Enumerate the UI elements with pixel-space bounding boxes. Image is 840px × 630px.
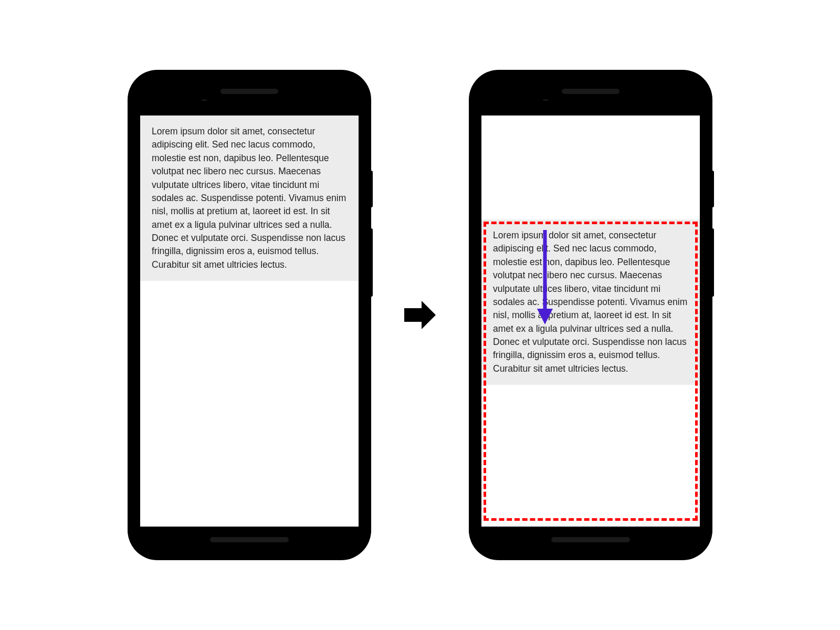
screen-before: Lorem ipsum dolor sit amet, consectetur …: [140, 101, 359, 527]
status-bar: [140, 101, 359, 116]
speaker-top: [220, 89, 278, 94]
phone-frame: Lorem ipsum dolor sit amet, consectetur …: [476, 77, 705, 553]
text-paragraph: Lorem ipsum dolor sit amet, consectetur …: [140, 116, 359, 281]
text-paragraph: Lorem ipsum dolor sit amet, consectetur …: [481, 219, 700, 385]
power-button: [711, 171, 714, 207]
screen-after: Lorem ipsum dolor sit amet, consectetur …: [481, 101, 700, 527]
svg-marker-0: [404, 301, 436, 329]
volume-button: [370, 228, 373, 297]
transition-arrow-icon: [402, 297, 438, 333]
content-area-after: Lorem ipsum dolor sit amet, consectetur …: [481, 219, 700, 527]
content-area-before: Lorem ipsum dolor sit amet, consectetur …: [140, 116, 359, 527]
phone-before: Lorem ipsum dolor sit amet, consectetur …: [129, 71, 370, 559]
power-button: [370, 171, 373, 207]
speaker-bottom: [210, 537, 289, 542]
phone-frame: Lorem ipsum dolor sit amet, consectetur …: [135, 77, 364, 553]
volume-button: [711, 228, 714, 297]
speaker-top: [562, 89, 620, 94]
status-bar: [481, 101, 700, 116]
speaker-bottom: [551, 537, 630, 542]
phone-after: Lorem ipsum dolor sit amet, consectetur …: [470, 71, 711, 559]
